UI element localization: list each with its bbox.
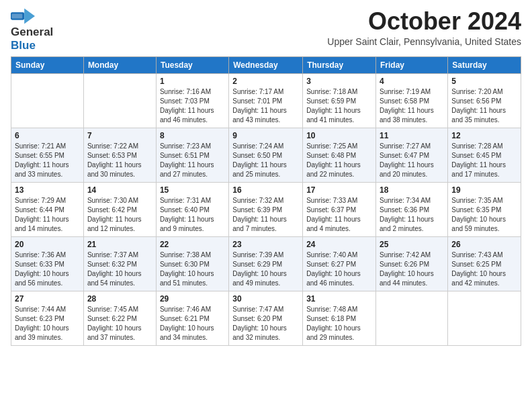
calendar-cell: 24Sunrise: 7:40 AM Sunset: 6:27 PM Dayli… — [303, 237, 376, 291]
day-info: Sunrise: 7:29 AM Sunset: 6:44 PM Dayligh… — [15, 196, 80, 234]
day-info: Sunrise: 7:40 AM Sunset: 6:27 PM Dayligh… — [306, 250, 372, 288]
calendar-cell: 7Sunrise: 7:22 AM Sunset: 6:53 PM Daylig… — [83, 128, 156, 183]
calendar-week-3: 13Sunrise: 7:29 AM Sunset: 6:44 PM Dayli… — [11, 183, 521, 237]
day-number: 12 — [451, 131, 517, 140]
day-info: Sunrise: 7:48 AM Sunset: 6:18 PM Dayligh… — [306, 305, 372, 342]
calendar-cell: 1Sunrise: 7:16 AM Sunset: 7:03 PM Daylig… — [156, 74, 228, 128]
calendar-cell: 25Sunrise: 7:42 AM Sunset: 6:26 PM Dayli… — [376, 237, 448, 291]
calendar-cell: 30Sunrise: 7:47 AM Sunset: 6:20 PM Dayli… — [229, 291, 303, 346]
logo-icon — [11, 8, 35, 24]
calendar-header-saturday: Saturday — [448, 57, 521, 74]
day-number: 5 — [451, 77, 517, 86]
title-block: October 2024 Upper Saint Clair, Pennsylv… — [327, 8, 521, 47]
calendar-cell: 22Sunrise: 7:38 AM Sunset: 6:30 PM Dayli… — [156, 237, 228, 291]
calendar-cell — [448, 291, 521, 346]
day-number: 16 — [232, 185, 299, 195]
day-info: Sunrise: 7:30 AM Sunset: 6:42 PM Dayligh… — [87, 196, 152, 234]
calendar-header-sunday: Sunday — [11, 57, 84, 74]
calendar-cell: 9Sunrise: 7:24 AM Sunset: 6:50 PM Daylig… — [229, 128, 303, 183]
day-number: 30 — [232, 294, 299, 304]
calendar-cell: 26Sunrise: 7:43 AM Sunset: 6:25 PM Dayli… — [448, 237, 521, 291]
day-info: Sunrise: 7:36 AM Sunset: 6:33 PM Dayligh… — [15, 250, 80, 288]
day-number: 2 — [232, 77, 299, 86]
calendar-cell — [376, 291, 448, 346]
day-info: Sunrise: 7:32 AM Sunset: 6:39 PM Dayligh… — [232, 196, 299, 234]
calendar-cell: 10Sunrise: 7:25 AM Sunset: 6:48 PM Dayli… — [303, 128, 376, 183]
day-info: Sunrise: 7:43 AM Sunset: 6:25 PM Dayligh… — [451, 250, 517, 288]
calendar-cell — [11, 74, 84, 128]
calendar-cell: 13Sunrise: 7:29 AM Sunset: 6:44 PM Dayli… — [11, 183, 84, 237]
logo: General Blue — [11, 8, 53, 52]
day-info: Sunrise: 7:28 AM Sunset: 6:45 PM Dayligh… — [451, 142, 517, 179]
day-info: Sunrise: 7:20 AM Sunset: 6:56 PM Dayligh… — [451, 87, 517, 125]
day-number: 10 — [306, 131, 372, 140]
header: General Blue October 2024 Upper Saint Cl… — [11, 8, 521, 52]
calendar-cell: 16Sunrise: 7:32 AM Sunset: 6:39 PM Dayli… — [229, 183, 303, 237]
calendar-cell: 23Sunrise: 7:39 AM Sunset: 6:29 PM Dayli… — [229, 237, 303, 291]
day-info: Sunrise: 7:23 AM Sunset: 6:51 PM Dayligh… — [160, 142, 225, 179]
calendar-cell: 17Sunrise: 7:33 AM Sunset: 6:37 PM Dayli… — [303, 183, 376, 237]
logo-blue: Blue — [11, 39, 36, 52]
calendar-cell: 4Sunrise: 7:19 AM Sunset: 6:58 PM Daylig… — [376, 74, 448, 128]
day-info: Sunrise: 7:34 AM Sunset: 6:36 PM Dayligh… — [380, 196, 444, 234]
day-info: Sunrise: 7:38 AM Sunset: 6:30 PM Dayligh… — [160, 250, 225, 288]
day-number: 18 — [380, 185, 444, 195]
day-info: Sunrise: 7:27 AM Sunset: 6:47 PM Dayligh… — [380, 142, 444, 179]
day-number: 25 — [380, 240, 444, 249]
day-info: Sunrise: 7:42 AM Sunset: 6:26 PM Dayligh… — [380, 250, 444, 288]
calendar-header-thursday: Thursday — [303, 57, 376, 74]
day-number: 1 — [160, 77, 225, 86]
calendar-cell: 8Sunrise: 7:23 AM Sunset: 6:51 PM Daylig… — [156, 128, 228, 183]
svg-rect-2 — [11, 13, 22, 18]
day-info: Sunrise: 7:18 AM Sunset: 6:59 PM Dayligh… — [306, 87, 372, 125]
day-info: Sunrise: 7:47 AM Sunset: 6:20 PM Dayligh… — [232, 305, 299, 342]
day-number: 21 — [87, 240, 152, 249]
calendar-cell: 11Sunrise: 7:27 AM Sunset: 6:47 PM Dayli… — [376, 128, 448, 183]
day-info: Sunrise: 7:44 AM Sunset: 6:23 PM Dayligh… — [15, 305, 80, 342]
svg-marker-1 — [24, 8, 35, 24]
day-info: Sunrise: 7:25 AM Sunset: 6:48 PM Dayligh… — [306, 142, 372, 179]
day-number: 17 — [306, 185, 372, 195]
day-number: 20 — [15, 240, 80, 249]
calendar-cell: 2Sunrise: 7:17 AM Sunset: 7:01 PM Daylig… — [229, 74, 303, 128]
calendar-header-monday: Monday — [83, 57, 156, 74]
day-info: Sunrise: 7:45 AM Sunset: 6:22 PM Dayligh… — [87, 305, 152, 342]
day-number: 14 — [87, 185, 152, 195]
calendar-week-2: 6Sunrise: 7:21 AM Sunset: 6:55 PM Daylig… — [11, 128, 521, 183]
day-number: 15 — [160, 185, 225, 195]
calendar-header-friday: Friday — [376, 57, 448, 74]
day-info: Sunrise: 7:22 AM Sunset: 6:53 PM Dayligh… — [87, 142, 152, 179]
calendar-header-tuesday: Tuesday — [156, 57, 228, 74]
calendar-cell: 31Sunrise: 7:48 AM Sunset: 6:18 PM Dayli… — [303, 291, 376, 346]
day-number: 27 — [15, 294, 80, 304]
day-number: 9 — [232, 131, 299, 140]
day-number: 28 — [87, 294, 152, 304]
day-number: 23 — [232, 240, 299, 249]
day-number: 4 — [380, 77, 444, 86]
day-number: 7 — [87, 131, 152, 140]
day-info: Sunrise: 7:17 AM Sunset: 7:01 PM Dayligh… — [232, 87, 299, 125]
calendar-cell: 27Sunrise: 7:44 AM Sunset: 6:23 PM Dayli… — [11, 291, 84, 346]
calendar-week-5: 27Sunrise: 7:44 AM Sunset: 6:23 PM Dayli… — [11, 291, 521, 346]
logo-general: General — [11, 26, 53, 39]
day-info: Sunrise: 7:39 AM Sunset: 6:29 PM Dayligh… — [232, 250, 299, 288]
calendar-cell: 6Sunrise: 7:21 AM Sunset: 6:55 PM Daylig… — [11, 128, 84, 183]
day-info: Sunrise: 7:46 AM Sunset: 6:21 PM Dayligh… — [160, 305, 225, 342]
day-number: 31 — [306, 294, 372, 304]
day-info: Sunrise: 7:16 AM Sunset: 7:03 PM Dayligh… — [160, 87, 225, 125]
calendar-cell: 21Sunrise: 7:37 AM Sunset: 6:32 PM Dayli… — [83, 237, 156, 291]
calendar-cell: 18Sunrise: 7:34 AM Sunset: 6:36 PM Dayli… — [376, 183, 448, 237]
calendar-cell: 19Sunrise: 7:35 AM Sunset: 6:35 PM Dayli… — [448, 183, 521, 237]
calendar-cell: 3Sunrise: 7:18 AM Sunset: 6:59 PM Daylig… — [303, 74, 376, 128]
calendar-cell: 20Sunrise: 7:36 AM Sunset: 6:33 PM Dayli… — [11, 237, 84, 291]
calendar-cell — [83, 74, 156, 128]
day-number: 22 — [160, 240, 225, 249]
calendar-week-1: 1Sunrise: 7:16 AM Sunset: 7:03 PM Daylig… — [11, 74, 521, 128]
day-number: 8 — [160, 131, 225, 140]
day-number: 19 — [451, 185, 517, 195]
calendar-week-4: 20Sunrise: 7:36 AM Sunset: 6:33 PM Dayli… — [11, 237, 521, 291]
calendar-cell: 14Sunrise: 7:30 AM Sunset: 6:42 PM Dayli… — [83, 183, 156, 237]
subtitle: Upper Saint Clair, Pennsylvania, United … — [327, 36, 521, 47]
calendar-table: SundayMondayTuesdayWednesdayThursdayFrid… — [11, 56, 521, 346]
calendar-cell: 29Sunrise: 7:46 AM Sunset: 6:21 PM Dayli… — [156, 291, 228, 346]
